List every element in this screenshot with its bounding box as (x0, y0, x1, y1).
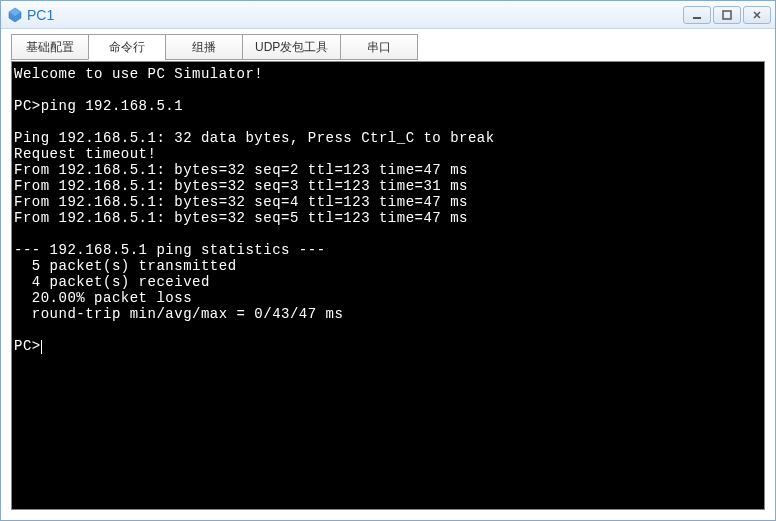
maximize-button[interactable] (713, 6, 741, 24)
svg-rect-0 (693, 17, 701, 19)
tab-multicast[interactable]: 组播 (165, 34, 243, 60)
terminal-line: Welcome to use PC Simulator! (14, 66, 263, 82)
terminal-line: From 192.168.5.1: bytes=32 seq=3 ttl=123… (14, 178, 468, 194)
app-window: PC1 基础配置 命令行 组播 UDP发包工具 串口 Welcome to us… (0, 0, 776, 521)
terminal-line: round-trip min/avg/max = 0/43/47 ms (14, 306, 343, 322)
tab-udp-tool[interactable]: UDP发包工具 (242, 34, 341, 60)
terminal-line: Ping 192.168.5.1: 32 data bytes, Press C… (14, 130, 495, 146)
terminal-line: Request timeout! (14, 146, 156, 162)
svg-rect-1 (723, 11, 731, 19)
terminal-line: From 192.168.5.1: bytes=32 seq=4 ttl=123… (14, 194, 468, 210)
terminal-line: PC>ping 192.168.5.1 (14, 98, 183, 114)
app-icon (7, 7, 23, 23)
terminal-line: From 192.168.5.1: bytes=32 seq=5 ttl=123… (14, 210, 468, 226)
window-controls (683, 6, 771, 24)
terminal-cursor (41, 340, 42, 354)
window-title: PC1 (27, 7, 683, 23)
tab-serial[interactable]: 串口 (340, 34, 418, 60)
terminal[interactable]: Welcome to use PC Simulator! PC>ping 192… (11, 61, 765, 510)
tab-command-line[interactable]: 命令行 (88, 34, 166, 60)
terminal-prompt: PC> (14, 338, 41, 354)
terminal-line: From 192.168.5.1: bytes=32 seq=2 ttl=123… (14, 162, 468, 178)
close-button[interactable] (743, 6, 771, 24)
minimize-button[interactable] (683, 6, 711, 24)
terminal-line: --- 192.168.5.1 ping statistics --- (14, 242, 326, 258)
tab-basic-config[interactable]: 基础配置 (11, 34, 89, 60)
titlebar: PC1 (1, 1, 775, 29)
terminal-container: Welcome to use PC Simulator! PC>ping 192… (1, 61, 775, 520)
tab-bar: 基础配置 命令行 组播 UDP发包工具 串口 (1, 29, 775, 61)
terminal-line: 20.00% packet loss (14, 290, 192, 306)
terminal-line: 5 packet(s) transmitted (14, 258, 237, 274)
terminal-line: 4 packet(s) received (14, 274, 210, 290)
